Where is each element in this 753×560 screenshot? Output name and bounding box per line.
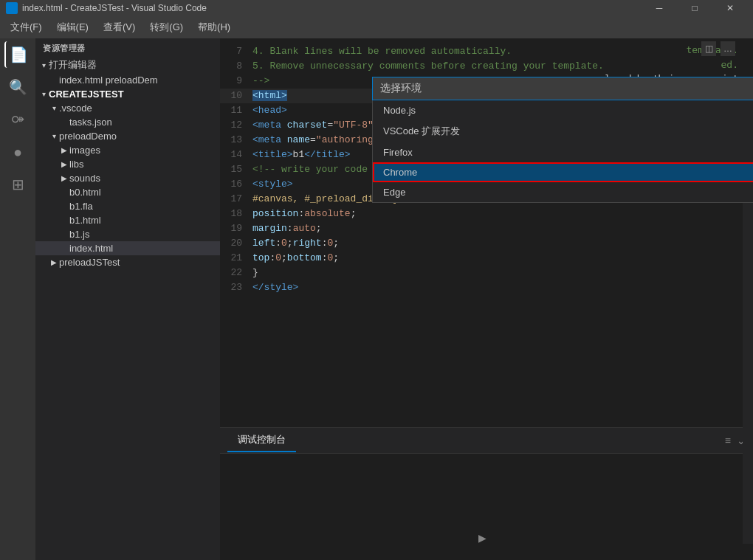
tree-open-editors[interactable]: ▾ 打开编辑器 (35, 57, 220, 73)
tree-index-file[interactable]: index.html preloadDem (35, 73, 220, 87)
sidebar-section-title: 资源管理器 (35, 38, 220, 57)
editor-area: 选择环境 Node.js VSCode 扩展开发 Firefox Chrome … (220, 38, 753, 560)
menu-file[interactable]: 文件(F) (3, 18, 49, 37)
tree-label: index.html (69, 243, 113, 254)
tree-label: .vscode (59, 103, 92, 114)
code-line-8: 8 5. Remove unnecessary comments before … (220, 59, 753, 74)
tree-label: libs (69, 159, 84, 170)
panel-tabs: 调试控制台 ≡ ⌄ (220, 428, 753, 454)
command-nodejs[interactable]: Node.js (373, 100, 753, 120)
tree-label: b1.js (69, 229, 89, 240)
tree-arrow: ▶ (49, 258, 59, 266)
explorer-icon[interactable]: 📄 (4, 41, 31, 68)
tree-label: sounds (69, 173, 100, 184)
vscode-icon (6, 2, 18, 14)
tree-label: 打开编辑器 (49, 58, 97, 72)
tree-label: preloadDemo (59, 131, 117, 142)
tree-libs[interactable]: ▶ libs (35, 157, 220, 171)
code-line-18: 18 position:absolute; (220, 207, 753, 221)
titlebar: index.html - CreateJSTest - Visual Studi… (0, 0, 753, 16)
split-editor-button[interactable]: ◫ (701, 41, 716, 56)
tree-b1-html[interactable]: b1.html (35, 213, 220, 227)
tree-arrow: ▶ (59, 146, 69, 154)
tree-tasks-json[interactable]: tasks.json (35, 115, 220, 129)
tree-label: b1.fla (69, 201, 93, 212)
tree-preloadjstest[interactable]: ▶ preloadJSTest (35, 255, 220, 269)
command-palette: 选择环境 Node.js VSCode 扩展开发 Firefox Chrome … (372, 77, 753, 203)
maximize-button[interactable]: □ (678, 0, 712, 16)
tree-b0-html[interactable]: b0.html (35, 185, 220, 199)
code-line-22: 22 } (220, 266, 753, 280)
tree-label: b0.html (69, 187, 101, 198)
tree-label: CREATEJSTEST (49, 89, 124, 100)
sidebar: 资源管理器 ▾ 打开编辑器 index.html preloadDem ▾ CR… (35, 38, 220, 560)
tree-arrow: ▶ (59, 160, 69, 168)
tree-createjstest[interactable]: ▾ CREATEJSTEST (35, 87, 220, 101)
menu-goto[interactable]: 转到(G) (142, 18, 190, 37)
panel-bottom: 调试控制台 ≡ ⌄ (220, 427, 753, 560)
tree-images[interactable]: ▶ images (35, 143, 220, 157)
tree-arrow: ▶ (59, 174, 69, 182)
command-dropdown: Node.js VSCode 扩展开发 Firefox Chrome Edge (372, 100, 753, 203)
activity-bar: 📄 🔍 ⚩ ● ⊞ (0, 38, 35, 560)
tree-arrow: ▾ (49, 104, 59, 112)
tree-label: tasks.json (69, 117, 112, 128)
tree-label: images (69, 145, 100, 156)
tree-index-html[interactable]: index.html (35, 241, 220, 255)
tree-b1-js[interactable]: b1.js (35, 227, 220, 241)
main-layout: 📄 🔍 ⚩ ● ⊞ 资源管理器 ▾ 打开编辑器 index.html prelo… (0, 38, 753, 560)
code-line-7: 7 4. Blank lines will be removed automat… (220, 44, 753, 59)
minimize-button[interactable]: ─ (642, 0, 676, 16)
command-vscode-ext[interactable]: VSCode 扩展开发 (373, 120, 753, 142)
close-button[interactable]: ✕ (713, 0, 747, 16)
tree-preload-demo[interactable]: ▾ preloadDemo (35, 129, 220, 143)
filter-icon[interactable]: ≡ (725, 435, 731, 446)
menubar: 文件(F) 编辑(E) 查看(V) 转到(G) 帮助(H) (0, 16, 753, 38)
debug-icon[interactable]: ● (4, 139, 31, 165)
extensions-icon[interactable]: ⊞ (4, 171, 31, 198)
tree-arrow: ▾ (38, 61, 49, 69)
code-line-19: 19 margin:auto; (220, 221, 753, 236)
more-actions-button[interactable]: … (721, 41, 735, 56)
code-line-20: 20 left:0;right:0; (220, 236, 753, 251)
command-input[interactable]: 选择环境 (372, 77, 753, 100)
menu-view[interactable]: 查看(V) (96, 18, 142, 37)
command-edge[interactable]: Edge (373, 182, 753, 202)
tree-sounds[interactable]: ▶ sounds (35, 171, 220, 185)
tree-arrow: ▾ (49, 132, 59, 140)
command-chrome[interactable]: Chrome (373, 162, 753, 182)
tab-debug-console[interactable]: 调试控制台 (227, 429, 296, 452)
code-line-23: 23 </style> (220, 280, 753, 295)
titlebar-title: index.html - CreateJSTest - Visual Studi… (22, 3, 207, 13)
menu-help[interactable]: 帮助(H) (190, 18, 238, 37)
panel-content (220, 454, 753, 560)
tree-label: index.html preloadDem (59, 75, 158, 86)
tree-label: b1.html (69, 215, 101, 226)
code-line-21: 21 top:0;bottom:0; (220, 251, 753, 266)
source-control-icon[interactable]: ⚩ (4, 106, 31, 133)
menu-edit[interactable]: 编辑(E) (49, 18, 96, 37)
tree-arrow: ▾ (38, 90, 49, 98)
tree-label: preloadJSTest (59, 257, 120, 268)
tree-b1-fla[interactable]: b1.fla (35, 199, 220, 213)
command-firefox[interactable]: Firefox (373, 142, 753, 162)
window-controls: ─ □ ✕ (642, 0, 747, 16)
editor-top-buttons: ◫ … (698, 38, 738, 59)
tree-vscode[interactable]: ▾ .vscode (35, 101, 220, 115)
panel-expand-arrow[interactable]: ▶ (478, 532, 486, 544)
search-icon[interactable]: 🔍 (4, 74, 31, 100)
